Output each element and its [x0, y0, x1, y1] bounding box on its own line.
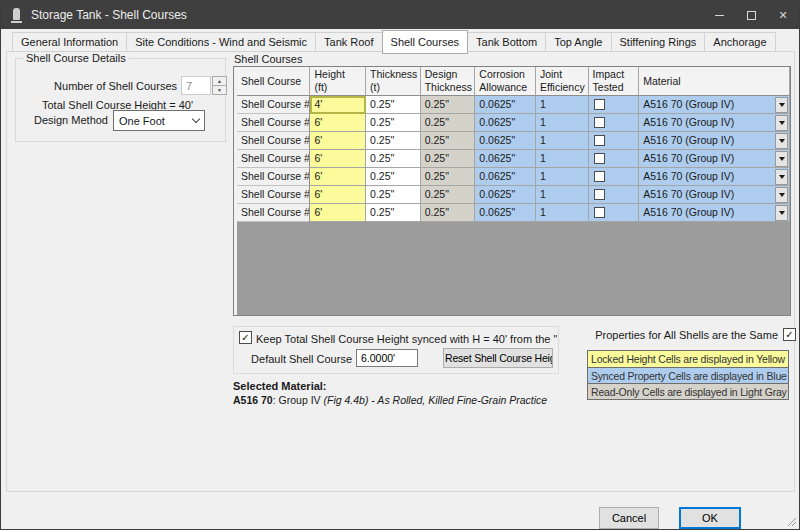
properties-same-row: Properties for All Shells are the Same ✓: [564, 328, 796, 341]
thickness-cell[interactable]: 0.25": [366, 96, 421, 114]
material-cell[interactable]: A516 70 (Group IV): [639, 114, 790, 132]
corrosion-allowance-cell[interactable]: 0.0625": [475, 114, 536, 132]
design-thickness-cell[interactable]: 0.25": [421, 168, 476, 186]
joint-efficiency-cell[interactable]: 1: [536, 204, 589, 222]
thickness-cell[interactable]: 0.25": [366, 150, 421, 168]
grid-body: Shell Course #7 4' 0.25" 0.25" 0.0625" 1…: [237, 96, 790, 222]
column-header[interactable]: Thickness (t): [366, 67, 421, 96]
tab[interactable]: Site Conditions - Wind and Seismic: [126, 32, 316, 52]
design-thickness-cell[interactable]: 0.25": [421, 186, 476, 204]
shell-course-cell[interactable]: Shell Course #1: [237, 204, 310, 222]
impact-tested-checkbox[interactable]: ✓: [594, 117, 605, 128]
joint-efficiency-cell[interactable]: 1: [536, 114, 589, 132]
keep-synced-checkbox[interactable]: ✓: [239, 331, 252, 344]
tab[interactable]: Top Angle: [545, 32, 611, 52]
cancel-button[interactable]: Cancel: [599, 507, 659, 529]
shell-course-cell[interactable]: Shell Course #2: [237, 186, 310, 204]
ok-button[interactable]: OK: [679, 507, 741, 529]
material-dropdown-button[interactable]: [775, 169, 788, 185]
design-thickness-cell[interactable]: 0.25": [421, 132, 476, 150]
height-cell[interactable]: 6': [310, 150, 366, 168]
column-header[interactable]: Impact Tested: [589, 67, 640, 96]
tab[interactable]: Tank Bottom: [467, 32, 546, 52]
material-cell[interactable]: A516 70 (Group IV): [639, 96, 790, 114]
tab[interactable]: Stiffening Rings: [611, 32, 706, 52]
number-of-shell-courses-field[interactable]: [181, 76, 211, 95]
cell-color-legend: Locked Height Cells are displayed in Yel…: [587, 350, 789, 400]
maximize-button[interactable]: [735, 1, 767, 29]
column-header[interactable]: Joint Efficiency: [536, 67, 589, 96]
design-thickness-cell[interactable]: 0.25": [421, 150, 476, 168]
shell-course-cell[interactable]: Shell Course #4: [237, 150, 310, 168]
design-thickness-cell[interactable]: 0.25": [421, 96, 476, 114]
height-cell[interactable]: 6': [310, 186, 366, 204]
thickness-cell[interactable]: 0.25": [366, 186, 421, 204]
column-header[interactable]: Material: [639, 67, 790, 96]
reset-heights-button[interactable]: Reset Shell Course Heights: [443, 348, 553, 368]
corrosion-allowance-cell[interactable]: 0.0625": [475, 96, 536, 114]
column-header[interactable]: Shell Course: [237, 67, 310, 96]
design-method-select[interactable]: One Foot: [113, 110, 205, 131]
corrosion-allowance-cell[interactable]: 0.0625": [475, 132, 536, 150]
thickness-cell[interactable]: 0.25": [366, 132, 421, 150]
shell-course-cell[interactable]: Shell Course #5: [237, 132, 310, 150]
tab[interactable]: Anchorage: [704, 32, 775, 52]
shell-course-cell[interactable]: Shell Course #7: [237, 96, 310, 114]
material-dropdown-button[interactable]: [775, 187, 788, 203]
corrosion-allowance-cell[interactable]: 0.0625": [475, 168, 536, 186]
minimize-icon: [715, 15, 724, 16]
height-cell[interactable]: 6': [310, 114, 366, 132]
thickness-cell[interactable]: 0.25": [366, 114, 421, 132]
window-title: Storage Tank - Shell Courses: [31, 8, 187, 22]
spinner-down-button[interactable]: ▼: [212, 85, 227, 95]
joint-efficiency-cell[interactable]: 1: [536, 186, 589, 204]
tab[interactable]: Shell Courses: [382, 30, 468, 54]
material-dropdown-button[interactable]: [775, 133, 788, 149]
material-dropdown-button[interactable]: [775, 97, 788, 113]
grid-title: Shell Courses: [234, 53, 302, 65]
thickness-cell[interactable]: 0.25": [366, 204, 421, 222]
corrosion-allowance-cell[interactable]: 0.0625": [475, 186, 536, 204]
impact-tested-checkbox[interactable]: ✓: [594, 153, 605, 164]
height-cell[interactable]: 6': [310, 132, 366, 150]
tab[interactable]: General Information: [12, 32, 127, 52]
shell-course-cell[interactable]: Shell Course #6: [237, 114, 310, 132]
material-cell[interactable]: A516 70 (Group IV): [639, 132, 790, 150]
minimize-button[interactable]: [703, 1, 735, 29]
shell-course-details-group: Shell Course Details Number of Shell Cou…: [15, 58, 226, 142]
material-dropdown-button[interactable]: [775, 115, 788, 131]
material-cell[interactable]: A516 70 (Group IV): [639, 168, 790, 186]
material-cell[interactable]: A516 70 (Group IV): [639, 150, 790, 168]
height-cell[interactable]: 6': [310, 204, 366, 222]
design-thickness-cell[interactable]: 0.25": [421, 114, 476, 132]
column-header[interactable]: Height (ft): [310, 67, 366, 96]
column-header[interactable]: Corrosion Allowance: [475, 67, 536, 96]
thickness-cell[interactable]: 0.25": [366, 168, 421, 186]
height-cell[interactable]: 4': [310, 96, 366, 114]
close-button[interactable]: ✕: [767, 1, 799, 29]
default-shell-course-field[interactable]: [356, 349, 418, 367]
resize-grip[interactable]: [786, 516, 797, 527]
material-cell[interactable]: A516 70 (Group IV): [639, 204, 790, 222]
tab[interactable]: Tank Roof: [315, 32, 383, 52]
height-cell[interactable]: 6': [310, 168, 366, 186]
material-dropdown-button[interactable]: [775, 151, 788, 167]
impact-tested-checkbox[interactable]: ✓: [594, 135, 605, 146]
corrosion-allowance-cell[interactable]: 0.0625": [475, 150, 536, 168]
joint-efficiency-cell[interactable]: 1: [536, 150, 589, 168]
design-thickness-cell[interactable]: 0.25": [421, 204, 476, 222]
shell-course-cell[interactable]: Shell Course #3: [237, 168, 310, 186]
joint-efficiency-cell[interactable]: 1: [536, 132, 589, 150]
impact-tested-checkbox[interactable]: ✓: [594, 171, 605, 182]
corrosion-allowance-cell[interactable]: 0.0625": [475, 204, 536, 222]
impact-tested-cell: ✓: [589, 186, 640, 204]
impact-tested-checkbox[interactable]: ✓: [594, 189, 605, 200]
material-dropdown-button[interactable]: [775, 205, 788, 221]
joint-efficiency-cell[interactable]: 1: [536, 168, 589, 186]
material-cell[interactable]: A516 70 (Group IV): [639, 186, 790, 204]
impact-tested-checkbox[interactable]: ✓: [594, 99, 605, 110]
impact-tested-checkbox[interactable]: ✓: [594, 207, 605, 218]
column-header[interactable]: Design Thickness: [421, 67, 476, 96]
joint-efficiency-cell[interactable]: 1: [536, 96, 589, 114]
properties-same-checkbox[interactable]: ✓: [783, 328, 796, 341]
